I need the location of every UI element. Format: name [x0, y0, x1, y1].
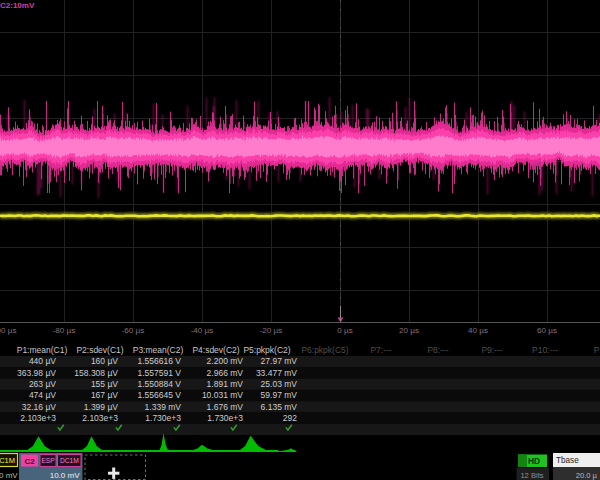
svg-text:P10:---: P10:--- — [532, 345, 558, 355]
svg-text:-100 µs: -100 µs — [0, 326, 17, 335]
svg-text:6.135 mV: 6.135 mV — [261, 402, 298, 412]
svg-text:1.339 mV: 1.339 mV — [145, 402, 182, 412]
svg-text:1.556645 V: 1.556645 V — [138, 390, 182, 400]
svg-text:2.966 mV: 2.966 mV — [207, 368, 244, 378]
svg-text:25.03 mV: 25.03 mV — [261, 379, 298, 389]
svg-text:20 µs: 20 µs — [399, 326, 419, 335]
svg-text:0 µs: 0 µs — [337, 326, 352, 335]
svg-text:2.200 mV: 2.200 mV — [207, 356, 244, 366]
svg-text:12 Bits: 12 Bits — [520, 471, 543, 480]
svg-text:-60 µs: -60 µs — [122, 326, 145, 335]
svg-text:DC1M: DC1M — [60, 457, 79, 464]
svg-text:59.97 mV: 59.97 mV — [261, 390, 298, 400]
svg-text:474 µV: 474 µV — [29, 390, 56, 400]
svg-text:1.399 µV: 1.399 µV — [84, 402, 119, 412]
svg-text:P4:sdev(C2): P4:sdev(C2) — [192, 345, 239, 355]
svg-text:1.557591 V: 1.557591 V — [138, 368, 182, 378]
svg-text:Tbase: Tbase — [556, 456, 579, 465]
svg-text:-20 µs: -20 µs — [260, 326, 283, 335]
svg-text:1.676 mV: 1.676 mV — [207, 402, 244, 412]
svg-text:27.97 mV: 27.97 mV — [261, 356, 298, 366]
svg-text:32.16 µV: 32.16 µV — [22, 402, 57, 412]
svg-text:1.730e+3: 1.730e+3 — [145, 413, 181, 423]
svg-text:40 µs: 40 µs — [468, 326, 488, 335]
svg-text:160 µV: 160 µV — [91, 356, 118, 366]
svg-text:C2: C2 — [24, 457, 35, 466]
svg-text:1.730e+3: 1.730e+3 — [207, 413, 243, 423]
svg-text:2.103e+3: 2.103e+3 — [82, 413, 118, 423]
svg-text:155 µV: 155 µV — [91, 379, 118, 389]
svg-text:P11: P11 — [594, 345, 600, 355]
svg-text:60 µs: 60 µs — [537, 326, 557, 335]
svg-text:-40 µs: -40 µs — [191, 326, 214, 335]
svg-text:P9:---: P9:--- — [481, 345, 502, 355]
svg-text:-80 µs: -80 µs — [53, 326, 76, 335]
svg-text:1.891 mV: 1.891 mV — [207, 379, 244, 389]
svg-text:P7:---: P7:--- — [370, 345, 391, 355]
svg-text:263 µV: 263 µV — [29, 379, 56, 389]
svg-text:ESP: ESP — [41, 457, 55, 464]
svg-text:20.0 µ: 20.0 µ — [576, 471, 598, 480]
svg-text:158.308 µV: 158.308 µV — [74, 368, 118, 378]
svg-text:1.556616 V: 1.556616 V — [138, 356, 182, 366]
svg-text:167 µV: 167 µV — [91, 390, 118, 400]
svg-text:P5:pkpk(C2): P5:pkpk(C2) — [243, 345, 290, 355]
svg-text:440 µV: 440 µV — [29, 356, 56, 366]
svg-text:P1:mean(C1): P1:mean(C1) — [17, 345, 68, 355]
svg-text:C2:10mV: C2:10mV — [0, 1, 35, 10]
svg-text:10.031 mV: 10.031 mV — [202, 390, 243, 400]
svg-text:33.477 mV: 33.477 mV — [256, 368, 297, 378]
svg-text:292: 292 — [283, 413, 297, 423]
svg-text:P6:pkpk(C5): P6:pkpk(C5) — [301, 345, 348, 355]
svg-text:1.550884 V: 1.550884 V — [138, 379, 182, 389]
svg-text:363.98 µV: 363.98 µV — [17, 368, 56, 378]
svg-text:P8:---: P8:--- — [427, 345, 448, 355]
svg-text:0 mV: 0 mV — [0, 471, 18, 480]
svg-text:P2:sdev(C1): P2:sdev(C1) — [76, 345, 123, 355]
svg-text:HD: HD — [528, 456, 540, 466]
svg-text:10.0 mV: 10.0 mV — [50, 471, 80, 480]
svg-text:P3:mean(C2): P3:mean(C2) — [133, 345, 184, 355]
svg-text:C1M: C1M — [0, 456, 15, 465]
svg-text:2.103e+3: 2.103e+3 — [20, 413, 56, 423]
